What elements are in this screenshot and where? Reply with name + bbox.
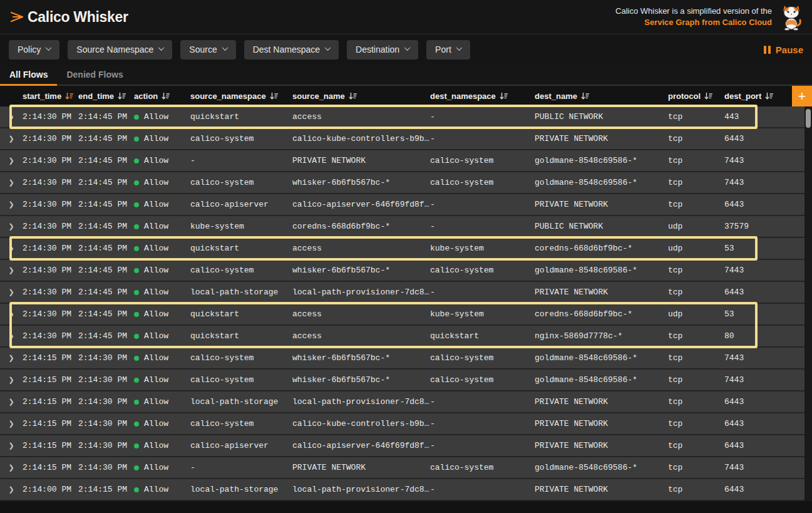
table-row[interactable]: ❯ 2:14:30 PM 2:14:45 PM Allow quickstart…	[0, 304, 804, 326]
start-time-cell: 2:14:30 PM	[23, 156, 78, 165]
end-time-cell: 2:14:45 PM	[78, 134, 134, 143]
column-header-dest-port[interactable]: dest_port	[724, 91, 792, 101]
expand-chevron-icon[interactable]: ❯	[8, 222, 14, 231]
table-row[interactable]: ❯ 2:14:15 PM 2:14:30 PM Allow calico-sys…	[0, 370, 804, 391]
allow-status-dot	[134, 115, 139, 120]
expand-chevron-icon[interactable]: ❯	[8, 310, 14, 318]
expand-chevron-icon[interactable]: ❯	[8, 200, 14, 209]
source-name-cell: coredns-668d6bf9bc-*	[292, 222, 430, 231]
expand-chevron-icon[interactable]: ❯	[8, 420, 14, 428]
column-header-protocol[interactable]: protocol	[668, 91, 724, 101]
expand-chevron-icon[interactable]: ❯	[8, 288, 14, 296]
start-time-cell: 2:14:30 PM	[23, 288, 78, 297]
action-cell: Allow	[134, 266, 190, 275]
protocol-cell: tcp	[668, 200, 724, 209]
table-row[interactable]: ❯ 2:14:15 PM 2:14:30 PM Allow - PRIVATE …	[0, 457, 804, 479]
column-header-start-time[interactable]: start_time	[23, 91, 78, 101]
table-row[interactable]: ❯ 2:14:30 PM 2:14:45 PM Allow calico-api…	[0, 194, 804, 216]
pause-button[interactable]: Pause	[764, 44, 803, 55]
expand-chevron-icon[interactable]: ❯	[8, 376, 14, 384]
expand-chevron-icon[interactable]: ❯	[8, 135, 14, 143]
table-row[interactable]: ❯ 2:14:00 PM 2:14:15 PM Allow local-path…	[0, 479, 804, 501]
service-graph-link[interactable]: Service Graph from Calico Cloud	[615, 17, 772, 28]
scrollbar-thumb[interactable]	[806, 109, 811, 128]
expander-cell: ❯	[0, 179, 23, 187]
column-header-action[interactable]: action	[134, 91, 190, 101]
filter-dropdown-source-namespace[interactable]: Source Namespace	[68, 40, 172, 60]
dest-namespace-cell: kube-system	[430, 309, 535, 319]
column-header-source-name[interactable]: source_name	[292, 91, 430, 101]
column-header-label: dest_port	[724, 91, 761, 101]
sort-icon	[500, 92, 508, 100]
end-time-cell: 2:14:30 PM	[78, 353, 134, 363]
table-row[interactable]: ❯ 2:14:30 PM 2:14:45 PM Allow - PRIVATE …	[0, 150, 804, 172]
column-header-dest-name[interactable]: dest_name	[535, 91, 668, 101]
end-time-cell: 2:14:30 PM	[78, 441, 134, 450]
action-label: Allow	[144, 134, 168, 143]
expand-chevron-icon[interactable]: ❯	[8, 442, 14, 450]
tab-all-flows[interactable]: All Flows	[0, 65, 57, 85]
start-time-cell: 2:14:15 PM	[23, 353, 78, 363]
filter-group: Policy Source Namespace Source Dest Name…	[9, 40, 764, 60]
expander-cell: ❯	[0, 222, 23, 231]
dest-port-cell: 6443	[724, 419, 804, 428]
expand-chevron-icon[interactable]: ❯	[8, 179, 14, 187]
add-column-button[interactable]: +	[792, 86, 812, 106]
action-cell: Allow	[134, 244, 190, 253]
expand-chevron-icon[interactable]: ❯	[8, 332, 14, 340]
table-row[interactable]: ❯ 2:14:30 PM 2:14:45 PM Allow local-path…	[0, 282, 804, 304]
column-header-dest-namespace[interactable]: dest_namespace	[430, 91, 535, 101]
expand-chevron-icon[interactable]: ❯	[8, 113, 14, 121]
source-namespace-cell: quickstart	[190, 309, 292, 319]
table-row[interactable]: ❯ 2:14:15 PM 2:14:30 PM Allow calico-sys…	[0, 348, 804, 370]
table-body: ❯ 2:14:30 PM 2:14:45 PM Allow quickstart…	[0, 106, 804, 501]
end-time-cell: 2:14:30 PM	[78, 397, 134, 407]
column-header-source-namespace[interactable]: source_namespace	[190, 91, 292, 101]
source-namespace-cell: calico-system	[190, 266, 292, 275]
table-row[interactable]: ❯ 2:14:30 PM 2:14:45 PM Allow calico-sys…	[0, 172, 804, 194]
filter-dropdown-destination[interactable]: Destination	[347, 40, 418, 60]
expand-chevron-icon[interactable]: ❯	[8, 485, 14, 494]
dest-name-cell: nginx-5869d7778c-*	[535, 331, 668, 341]
table-row[interactable]: ❯ 2:14:30 PM 2:14:45 PM Allow calico-sys…	[0, 260, 804, 282]
table-row[interactable]: ❯ 2:14:30 PM 2:14:45 PM Allow kube-syste…	[0, 216, 804, 238]
table-row[interactable]: ❯ 2:14:15 PM 2:14:30 PM Allow calico-api…	[0, 435, 804, 457]
table-row[interactable]: ❯ 2:14:30 PM 2:14:45 PM Allow quickstart…	[0, 106, 804, 128]
expander-cell: ❯	[0, 310, 23, 318]
sort-icon	[270, 92, 278, 100]
tab-denied-flows[interactable]: Denied Flows	[57, 65, 132, 85]
action-label: Allow	[144, 244, 168, 253]
expand-chevron-icon[interactable]: ❯	[8, 464, 14, 472]
dest-namespace-cell: -	[430, 222, 535, 231]
filter-dropdown-label: Dest Namespace	[253, 44, 320, 54]
dest-port-cell: 7443	[724, 266, 804, 275]
dest-name-cell: goldmane-8548c69586-*	[535, 156, 668, 165]
table-row[interactable]: ❯ 2:14:15 PM 2:14:30 PM Allow calico-sys…	[0, 413, 804, 435]
expander-cell: ❯	[0, 376, 23, 384]
filter-dropdown-source[interactable]: Source	[180, 40, 235, 60]
column-header-label: start_time	[23, 91, 61, 101]
dest-port-cell: 443	[724, 112, 804, 122]
dest-namespace-cell: -	[430, 485, 535, 494]
filter-dropdown-dest-namespace[interactable]: Dest Namespace	[244, 40, 339, 60]
dest-name-cell: goldmane-8548c69586-*	[535, 375, 668, 385]
expand-chevron-icon[interactable]: ❯	[8, 266, 14, 274]
filter-dropdown-policy[interactable]: Policy	[9, 40, 59, 60]
dest-name-cell: coredns-668d6bf9bc-*	[535, 244, 668, 253]
vertical-scrollbar[interactable]	[804, 106, 812, 501]
column-header-end-time[interactable]: end_time	[78, 91, 134, 101]
allow-status-dot	[134, 137, 139, 142]
expand-chevron-icon[interactable]: ❯	[8, 398, 14, 406]
table-row[interactable]: ❯ 2:14:15 PM 2:14:30 PM Allow local-path…	[0, 391, 804, 413]
table-row[interactable]: ❯ 2:14:30 PM 2:14:45 PM Allow calico-sys…	[0, 128, 804, 150]
source-name-cell: whisker-6b6fb567bc-*	[292, 266, 430, 275]
table-row[interactable]: ❯ 2:14:30 PM 2:14:45 PM Allow quickstart…	[0, 238, 804, 260]
expand-chevron-icon[interactable]: ❯	[8, 354, 14, 362]
expand-chevron-icon[interactable]: ❯	[8, 244, 14, 252]
table-row[interactable]: ❯ 2:14:30 PM 2:14:45 PM Allow quickstart…	[0, 326, 804, 348]
action-cell: Allow	[134, 156, 190, 165]
dest-namespace-cell: -	[430, 134, 535, 143]
expand-chevron-icon[interactable]: ❯	[8, 157, 14, 165]
dest-name-cell: PRIVATE NETWORK	[535, 441, 668, 450]
filter-dropdown-port[interactable]: Port	[426, 40, 470, 60]
